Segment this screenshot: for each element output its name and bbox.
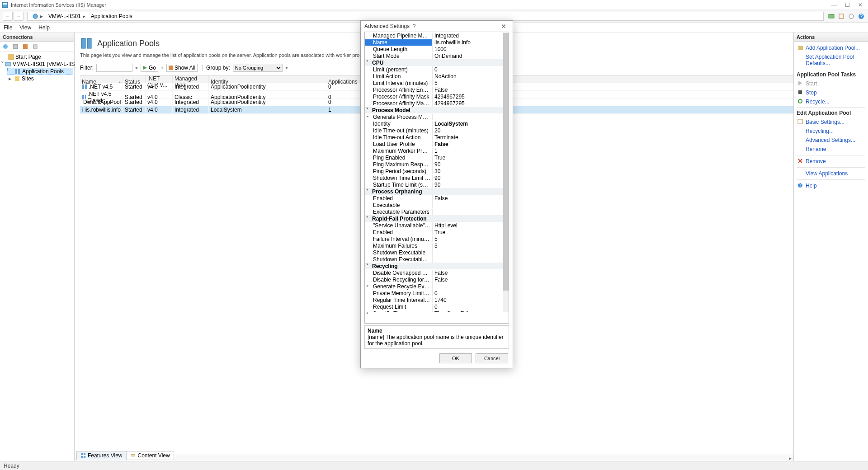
property-row[interactable]: Request Limit0 xyxy=(365,303,509,310)
action-add-apppool[interactable]: Add Application Pool... xyxy=(797,43,865,52)
property-row[interactable]: EnabledTrue xyxy=(365,229,509,235)
property-row[interactable]: Maximum Worker Processes1 xyxy=(365,147,509,154)
property-category[interactable]: ˅Process Orphaning xyxy=(365,188,509,195)
collapse-icon[interactable]: ˅ xyxy=(366,60,368,65)
property-row[interactable]: Disable Overlapped RecycleFalse xyxy=(365,269,509,276)
breadcrumb-root[interactable]: ▸ xyxy=(29,13,46,19)
property-row[interactable]: Executable xyxy=(365,202,509,208)
action-recycling[interactable]: Recycling... xyxy=(797,127,865,136)
breadcrumb-server[interactable]: VMW-L-IIS01 ▸ xyxy=(46,13,88,19)
toolbar-icon-2[interactable] xyxy=(837,12,845,20)
property-category[interactable]: ˅Recycling xyxy=(365,263,509,269)
property-row[interactable]: Ping Period (seconds)30 xyxy=(365,168,509,174)
minimize-icon[interactable]: — xyxy=(831,2,837,8)
action-set-defaults[interactable]: Set Application Pool Defaults... xyxy=(797,52,865,68)
help-dropdown-icon[interactable]: ? xyxy=(857,12,865,20)
property-row[interactable]: Ping EnabledTrue xyxy=(365,154,509,161)
groupby-select[interactable]: No Grouping xyxy=(233,64,283,72)
scroll-thumb[interactable] xyxy=(503,33,509,291)
property-row[interactable]: Start ModeOnDemand xyxy=(365,52,509,59)
menu-view[interactable]: View xyxy=(19,24,31,31)
property-row[interactable]: Nameiis.robwillis.info xyxy=(365,39,509,46)
ok-button[interactable]: OK xyxy=(439,353,472,363)
nav-back-button[interactable]: ← xyxy=(3,12,13,21)
property-row[interactable]: Shutdown Executable Parameters xyxy=(365,256,509,263)
property-row[interactable]: EnabledFalse xyxy=(365,195,509,202)
breadcrumb[interactable]: ▸ VMW-L-IIS01 ▸ Application Pools xyxy=(27,12,824,21)
dropdown-icon[interactable]: ▾ xyxy=(135,65,138,71)
tree-app-pools[interactable]: Application Pools xyxy=(7,68,73,75)
property-row[interactable]: Ping Maximum Response Time (90 xyxy=(365,161,509,168)
property-category[interactable]: ˅CPU xyxy=(365,59,509,66)
property-row[interactable]: Executable Parameters xyxy=(365,208,509,215)
breadcrumb-node[interactable]: Application Pools xyxy=(88,13,135,19)
collapse-icon[interactable]: ˅ xyxy=(366,107,368,112)
tree-sites[interactable]: ▸ Sites xyxy=(7,75,73,82)
action-view-apps[interactable]: View Applications xyxy=(797,169,865,178)
maximize-icon[interactable]: ☐ xyxy=(845,2,850,8)
action-stop[interactable]: Stop xyxy=(797,88,865,97)
property-category[interactable]: ˅Process Model xyxy=(365,107,509,113)
toolbar-icon-1[interactable] xyxy=(827,12,835,20)
property-row[interactable]: Disable Recycling for ConfiguratFalse xyxy=(365,276,509,283)
property-row[interactable]: Managed Pipeline ModeIntegrated xyxy=(365,32,509,39)
action-rename[interactable]: Rename xyxy=(797,145,865,154)
dialog-close-icon[interactable]: ✕ xyxy=(498,23,509,30)
horizontal-scrollbar[interactable]: ◂ ▸ xyxy=(75,455,793,461)
property-row[interactable]: Processor Affinity EnabledFalse xyxy=(365,86,509,93)
refresh-icon[interactable] xyxy=(22,43,29,50)
expand-icon[interactable]: ▸ xyxy=(7,75,13,82)
property-row[interactable]: ▸Generate Recycle Event Log Entr xyxy=(365,283,509,290)
nav-forward-button[interactable]: → xyxy=(14,12,24,21)
menu-file[interactable]: File xyxy=(4,24,12,31)
connect-icon[interactable] xyxy=(2,43,9,50)
dropdown-icon[interactable]: ▾ xyxy=(285,65,288,71)
action-basic-settings[interactable]: Basic Settings... xyxy=(797,118,865,127)
property-row[interactable]: Limit ActionNoAction xyxy=(365,73,509,80)
property-row[interactable]: Maximum Failures5 xyxy=(365,242,509,249)
property-row[interactable]: Failure Interval (minutes)5 xyxy=(365,235,509,242)
save-icon[interactable] xyxy=(12,43,19,50)
property-row[interactable]: "Service Unavailable" Response THttpLeve… xyxy=(365,222,509,229)
scroll-right-icon[interactable]: ▸ xyxy=(787,455,793,461)
collapse-icon[interactable]: ˅ xyxy=(366,188,368,193)
action-help[interactable]: ?Help xyxy=(797,181,865,190)
menu-help[interactable]: Help xyxy=(38,24,50,31)
collapse-icon[interactable]: ˅ xyxy=(1,61,4,67)
tree-server-node[interactable]: ˅ VMW-L-IIS01 (VMW-L-IIS01\A xyxy=(1,61,73,68)
property-row[interactable]: Processor Affinity Mask (64-bit o4294967… xyxy=(365,100,509,107)
property-row[interactable]: Load User ProfileFalse xyxy=(365,141,509,147)
property-row[interactable]: Shutdown Executable xyxy=(365,249,509,256)
go-button[interactable]: Go xyxy=(141,64,158,72)
dialog-titlebar[interactable]: Advanced Settings ? ✕ xyxy=(361,21,513,32)
dialog-scrollbar[interactable] xyxy=(503,32,509,312)
toolbar-icon-3[interactable] xyxy=(847,12,855,20)
property-row[interactable]: Startup Time Limit (seconds)90 xyxy=(365,181,509,188)
action-start[interactable]: Start xyxy=(797,79,865,88)
action-advanced[interactable]: Advanced Settings... xyxy=(797,136,865,145)
property-row[interactable]: Idle Time-out ActionTerminate xyxy=(365,134,509,141)
property-row[interactable]: Idle Time-out (minutes)20 xyxy=(365,127,509,134)
property-category[interactable]: ˅Rapid-Fail Protection xyxy=(365,215,509,222)
property-row[interactable]: Regular Time Interval (minutes)1740 xyxy=(365,296,509,303)
action-remove[interactable]: Remove xyxy=(797,157,865,166)
content-view-tab[interactable]: Content View xyxy=(126,451,174,460)
close-icon[interactable]: ✕ xyxy=(858,2,863,8)
property-row[interactable]: Private Memory Limit (KB)0 xyxy=(365,290,509,296)
show-all-button[interactable]: Show All xyxy=(166,64,198,72)
property-row[interactable]: Shutdown Time Limit (seconds)90 xyxy=(365,174,509,181)
property-row[interactable]: Limit (percent)0 xyxy=(365,66,509,73)
property-row[interactable]: Limit Interval (minutes)5 xyxy=(365,80,509,86)
tree-start-page[interactable]: Start Page xyxy=(1,53,73,61)
collapse-icon[interactable]: ˅ xyxy=(366,216,368,221)
stop-conn-icon[interactable] xyxy=(32,43,39,50)
features-view-tab[interactable]: Features View xyxy=(76,451,126,460)
property-row[interactable]: ▸Generate Process Model Event L xyxy=(365,113,509,120)
property-row[interactable]: ▸Specific TimesTimeSpan[] Array▾ xyxy=(365,310,509,312)
property-grid[interactable]: Managed Pipeline ModeIntegratedNameiis.r… xyxy=(365,32,509,312)
action-recycle[interactable]: Recycle... xyxy=(797,97,865,106)
property-row[interactable]: IdentityLocalSystem xyxy=(365,120,509,127)
cancel-button[interactable]: Cancel xyxy=(476,353,508,363)
property-row[interactable]: Processor Affinity Mask4294967295 xyxy=(365,93,509,100)
collapse-icon[interactable]: ˅ xyxy=(366,263,368,268)
